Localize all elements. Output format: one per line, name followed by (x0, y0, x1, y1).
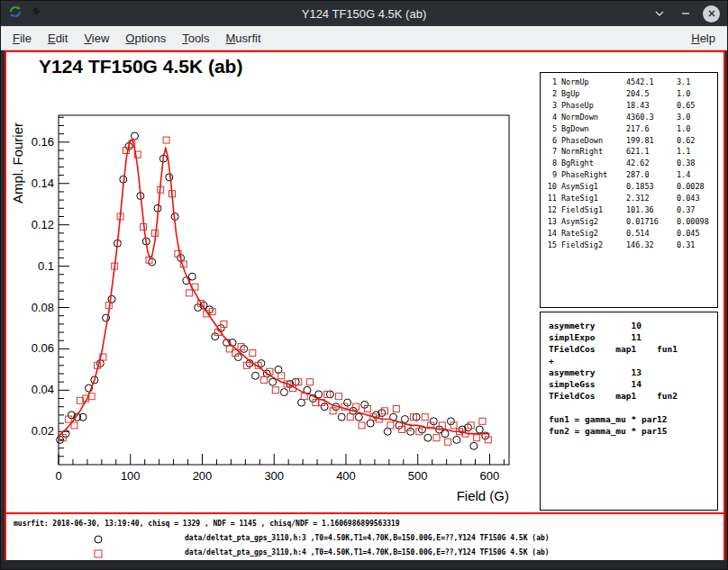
p-name: NormRight (561, 146, 626, 158)
p-idx: 4 (545, 112, 557, 123)
param-row: 11RateSig12.3120.043 (545, 193, 713, 204)
p-idx: 14 (545, 228, 557, 240)
p-val: 217.6 (626, 123, 677, 135)
p-idx: 15 (545, 240, 557, 251)
p-val: 146.32 (626, 240, 677, 251)
menu-left: FileEditViewOptionsToolsMusrfit (5, 28, 269, 49)
param-row: 2BgUp204.51.0 (545, 88, 713, 100)
close-button[interactable] (703, 5, 720, 23)
p-val: 204.5 (626, 88, 677, 100)
p-name: PhaseDown (561, 135, 626, 147)
root-canvas: 01002003004005006000.020.040.060.080.10.… (5, 50, 725, 562)
param-row: 14RateSig20.5140.045 (545, 228, 713, 240)
p-idx: 12 (545, 204, 557, 216)
p-val: 287.0 (626, 169, 677, 181)
p-name: AsymSig1 (561, 181, 626, 193)
window-bottom-edge (1, 560, 727, 569)
p-name: BgUp (561, 88, 626, 100)
param-row: 15FieldSig2146.320.31 (545, 240, 713, 251)
param-row: 3PhaseUp18.430.65 (545, 100, 713, 112)
param-row: 10AsymSig10.18530.0028 (545, 181, 713, 193)
svg-text:0.16: 0.16 (32, 135, 54, 149)
pin-icon[interactable] (30, 5, 41, 22)
p-idx: 13 (545, 216, 557, 228)
param-row: 9PhaseRight287.01.4 (545, 169, 713, 181)
menu-right: Help (683, 28, 723, 49)
p-name: RateSig2 (561, 228, 626, 240)
param-row: 12FieldSig1101.360.37 (545, 204, 713, 216)
p-val: 4542.1 (626, 77, 677, 88)
p-val: 621.1 (626, 146, 677, 158)
p-val: 0.514 (626, 228, 677, 240)
parameter-box[interactable]: 1NormUp4542.13.12BgUp204.51.03PhaseUp18.… (540, 72, 718, 308)
p-err: 0.0028 (677, 181, 713, 193)
menu-options[interactable]: Options (117, 28, 174, 49)
p-err: 0.62 (677, 135, 713, 147)
p-err: 3.0 (677, 112, 713, 123)
p-name: NormUp (561, 77, 626, 88)
menu-help[interactable]: Help (683, 28, 723, 49)
p-name: AsymSig2 (561, 216, 626, 228)
p-idx: 8 (545, 158, 557, 169)
p-name: PhaseUp (561, 100, 626, 112)
p-name: RateSig1 (561, 193, 626, 204)
maximize-button[interactable] (677, 5, 694, 23)
p-name: BgDown (561, 123, 626, 135)
menu-file[interactable]: File (5, 28, 40, 49)
param-row: 1NormUp4542.13.1 (545, 77, 713, 88)
p-err: 3.1 (677, 77, 713, 88)
p-val: 18.43 (626, 100, 677, 112)
svg-text:0.04: 0.04 (32, 383, 54, 396)
p-err: 0.00098 (677, 216, 713, 228)
window-title: Y124 TF150G 4.5K (ab) (1, 7, 727, 21)
p-val: 0.1853 (626, 181, 677, 193)
svg-text:0.06: 0.06 (32, 341, 54, 355)
menu-tools[interactable]: Tools (174, 28, 217, 49)
param-row: 13AsymSig20.017160.00098 (545, 216, 713, 228)
p-name: NormDown (561, 112, 626, 123)
p-idx: 5 (545, 123, 557, 135)
p-name: FieldSig2 (561, 240, 626, 251)
svg-text:500: 500 (408, 469, 428, 483)
p-val: 2.312 (626, 193, 677, 204)
legend-label: data/deltat_pta_gps_3110,h:4 ,T0=4.50K,T… (185, 548, 550, 557)
svg-text:100: 100 (121, 469, 141, 483)
p-err: 0.38 (677, 158, 713, 169)
param-row: 5BgDown217.61.0 (545, 123, 713, 135)
p-idx: 3 (545, 100, 557, 112)
app-icon[interactable] (8, 5, 23, 23)
p-err: 1.4 (677, 169, 713, 181)
param-row: 8BgRight42.620.38 (545, 158, 713, 169)
window-titlebar: Y124 TF150G 4.5K (ab) (1, 1, 727, 26)
legend-row: data/deltat_pta_gps_3110,h:3 ,T0=4.50K,T… (6, 531, 723, 546)
p-idx: 10 (545, 181, 557, 193)
p-idx: 1 (545, 77, 557, 88)
info-pad: musrfit: 2018-06-30, 13:19:40, chisq = 1… (6, 516, 723, 560)
param-row: 4NormDown4360.33.0 (545, 112, 713, 123)
minimize-button[interactable] (651, 5, 668, 23)
svg-text:0.08: 0.08 (32, 301, 54, 314)
theory-box[interactable]: asymmetry 10 simplExpo 11 TFieldCos map1… (540, 312, 718, 511)
menu-musrfit[interactable]: Musrfit (218, 28, 269, 49)
svg-text:0.12: 0.12 (32, 218, 54, 231)
svg-text:600: 600 (480, 469, 500, 483)
svg-text:0.02: 0.02 (32, 424, 54, 438)
svg-text:0: 0 (55, 469, 61, 483)
svg-text:Field (G): Field (G) (457, 488, 509, 503)
p-err: 0.37 (677, 204, 713, 216)
p-name: FieldSig1 (561, 204, 626, 216)
svg-text:Ampl. Fourier: Ampl. Fourier (10, 122, 25, 204)
p-name: BgRight (561, 158, 626, 169)
svg-text:0.14: 0.14 (32, 176, 54, 190)
legend-label: data/deltat_pta_gps_3110,h:3 ,T0=4.50K,T… (185, 534, 550, 543)
p-name: PhaseRight (561, 169, 626, 181)
p-idx: 6 (545, 135, 557, 147)
p-val: 42.62 (626, 158, 677, 169)
menu-edit[interactable]: Edit (40, 28, 76, 49)
p-err: 0.65 (677, 100, 713, 112)
svg-text:200: 200 (193, 469, 213, 483)
p-val: 101.36 (626, 204, 677, 216)
param-row: 6PhaseDown199.810.62 (545, 135, 713, 147)
menu-view[interactable]: View (76, 28, 117, 49)
legend-row: data/deltat_pta_gps_3110,h:4 ,T0=4.50K,T… (6, 546, 723, 560)
